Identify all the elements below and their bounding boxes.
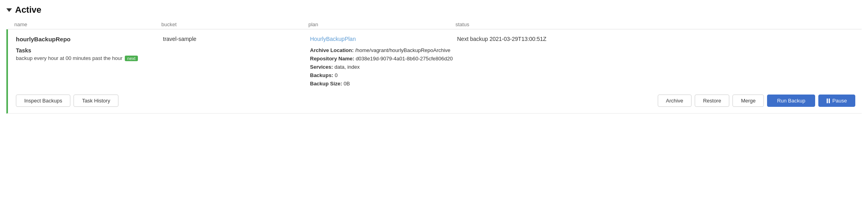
tasks-value: backup every hour at 00 minutes past the… bbox=[16, 55, 310, 61]
archive-location-line: Archive Location: /home/vagrant/hourlyBa… bbox=[310, 47, 855, 53]
repo-name: hourlyBackupRepo bbox=[16, 36, 163, 42]
restore-button[interactable]: Restore bbox=[695, 95, 730, 107]
backup-size-line: Backup Size: 0B bbox=[310, 81, 855, 87]
col-header-name: name bbox=[14, 21, 161, 27]
backup-size-value: 0B bbox=[344, 81, 350, 87]
pause-icon bbox=[827, 98, 830, 103]
inspect-backups-button[interactable]: Inspect Backups bbox=[16, 95, 70, 107]
chevron-down-icon[interactable] bbox=[6, 8, 12, 12]
repo-detail-row: Tasks backup every hour at 00 minutes pa… bbox=[16, 47, 855, 87]
pause-bar-left bbox=[827, 98, 828, 103]
section-title: Active bbox=[15, 5, 41, 15]
info-section: Archive Location: /home/vagrant/hourlyBa… bbox=[310, 47, 855, 87]
task-history-button[interactable]: Task History bbox=[74, 95, 118, 107]
repo-name-line: Repository Name: d038e19d-9079-4a01-8b60… bbox=[310, 56, 855, 62]
repo-plan-link[interactable]: HourlyBackupPlan bbox=[310, 36, 457, 42]
archive-button[interactable]: Archive bbox=[658, 95, 692, 107]
services-label: Services: bbox=[310, 64, 333, 70]
archive-location-value: /home/vagrant/hourlyBackupRepoArchive bbox=[355, 47, 450, 53]
backups-label: Backups: bbox=[310, 72, 333, 78]
pause-button[interactable]: Pause bbox=[818, 95, 855, 107]
tasks-section: Tasks backup every hour at 00 minutes pa… bbox=[16, 47, 310, 87]
repo-name-label: Repository Name: bbox=[310, 56, 354, 62]
actions-right: Archive Restore Merge Run Backup Pause bbox=[658, 95, 855, 107]
services-line: Services: data, index bbox=[310, 64, 855, 70]
section-header: Active bbox=[6, 5, 862, 15]
backups-value: 0 bbox=[335, 72, 337, 78]
col-header-plan: plan bbox=[308, 21, 455, 27]
repo-card: hourlyBackupRepo travel-sample HourlyBac… bbox=[6, 29, 862, 114]
run-backup-button[interactable]: Run Backup bbox=[767, 95, 815, 107]
table-header: name bucket plan status bbox=[6, 20, 862, 29]
actions-row: Inspect Backups Task History Archive Res… bbox=[16, 95, 855, 107]
pause-bar-right bbox=[829, 98, 830, 103]
backup-size-label: Backup Size: bbox=[310, 81, 342, 87]
backups-line: Backups: 0 bbox=[310, 72, 855, 78]
merge-button[interactable]: Merge bbox=[732, 95, 764, 107]
col-header-bucket: bucket bbox=[161, 21, 308, 27]
tasks-text: backup every hour at 00 minutes past the… bbox=[16, 55, 122, 61]
tasks-label: Tasks bbox=[16, 47, 310, 54]
next-badge: next bbox=[125, 56, 138, 61]
actions-left: Inspect Backups Task History bbox=[16, 95, 118, 107]
archive-location-label: Archive Location: bbox=[310, 47, 354, 53]
pause-label: Pause bbox=[832, 98, 847, 104]
repo-status: Next backup 2021-03-29T13:00:51Z bbox=[457, 36, 855, 42]
repo-bucket: travel-sample bbox=[163, 36, 310, 42]
services-value: data, index bbox=[334, 64, 360, 70]
repo-name-value: d038e19d-9079-4a01-8b60-275cfe806d20 bbox=[356, 56, 453, 62]
repo-top-row: hourlyBackupRepo travel-sample HourlyBac… bbox=[16, 36, 855, 42]
col-header-status: status bbox=[455, 21, 862, 27]
